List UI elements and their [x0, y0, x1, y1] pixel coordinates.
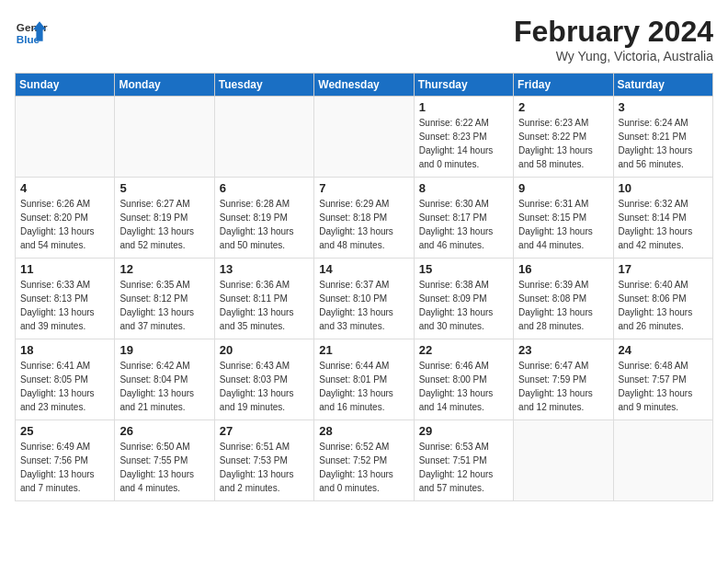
day-number: 28: [319, 424, 408, 438]
calendar-cell: 22Sunrise: 6:46 AM Sunset: 8:00 PM Dayli…: [414, 339, 513, 420]
calendar-cell: 18Sunrise: 6:41 AM Sunset: 8:05 PM Dayli…: [16, 339, 115, 420]
day-info: Sunrise: 6:50 AM Sunset: 7:55 PM Dayligh…: [119, 440, 209, 495]
calendar-cell: [16, 97, 115, 178]
day-number: 23: [518, 343, 608, 357]
calendar-cell: 14Sunrise: 6:37 AM Sunset: 8:10 PM Dayli…: [314, 259, 414, 339]
day-number: 29: [419, 424, 508, 438]
day-info: Sunrise: 6:43 AM Sunset: 8:03 PM Dayligh…: [220, 359, 309, 414]
day-info: Sunrise: 6:32 AM Sunset: 8:14 PM Dayligh…: [619, 197, 708, 252]
day-info: Sunrise: 6:38 AM Sunset: 8:09 PM Dayligh…: [419, 278, 508, 333]
title-block: February 2024 Wy Yung, Victoria, Austral…: [514, 15, 713, 63]
day-info: Sunrise: 6:52 AM Sunset: 7:52 PM Dayligh…: [319, 440, 408, 495]
day-number: 17: [619, 262, 708, 276]
calendar-cell: 17Sunrise: 6:40 AM Sunset: 8:06 PM Dayli…: [613, 259, 712, 339]
day-number: 8: [419, 181, 508, 195]
day-number: 18: [20, 343, 109, 357]
day-info: Sunrise: 6:35 AM Sunset: 8:12 PM Dayligh…: [119, 278, 209, 333]
month-year: February 2024: [514, 15, 713, 49]
day-info: Sunrise: 6:49 AM Sunset: 7:56 PM Dayligh…: [20, 440, 109, 495]
day-info: Sunrise: 6:39 AM Sunset: 8:08 PM Dayligh…: [518, 278, 608, 333]
calendar-table: SundayMondayTuesdayWednesdayThursdayFrid…: [15, 73, 713, 501]
day-header-row: SundayMondayTuesdayWednesdayThursdayFrid…: [16, 74, 713, 97]
calendar-cell: [115, 97, 214, 178]
day-number: 14: [319, 262, 408, 276]
day-number: 20: [220, 343, 309, 357]
day-info: Sunrise: 6:46 AM Sunset: 8:00 PM Dayligh…: [419, 359, 508, 414]
calendar-cell: [314, 97, 414, 178]
day-number: 26: [119, 424, 209, 438]
day-info: Sunrise: 6:30 AM Sunset: 8:17 PM Dayligh…: [419, 197, 508, 252]
calendar-cell: 19Sunrise: 6:42 AM Sunset: 8:04 PM Dayli…: [115, 339, 214, 420]
day-info: Sunrise: 6:53 AM Sunset: 7:51 PM Dayligh…: [419, 440, 508, 495]
calendar-cell: 4Sunrise: 6:26 AM Sunset: 8:20 PM Daylig…: [16, 178, 115, 259]
day-number: 11: [20, 262, 109, 276]
day-info: Sunrise: 6:33 AM Sunset: 8:13 PM Dayligh…: [20, 278, 109, 333]
day-info: Sunrise: 6:47 AM Sunset: 7:59 PM Dayligh…: [518, 359, 608, 414]
day-number: 3: [619, 100, 708, 114]
calendar-cell: 5Sunrise: 6:27 AM Sunset: 8:19 PM Daylig…: [115, 178, 214, 259]
day-number: 27: [220, 424, 309, 438]
day-info: Sunrise: 6:40 AM Sunset: 8:06 PM Dayligh…: [619, 278, 708, 333]
day-number: 25: [20, 424, 109, 438]
calendar-cell: 29Sunrise: 6:53 AM Sunset: 7:51 PM Dayli…: [414, 420, 513, 501]
week-row-4: 18Sunrise: 6:41 AM Sunset: 8:05 PM Dayli…: [16, 339, 713, 420]
day-number: 13: [220, 262, 309, 276]
day-number: 7: [319, 181, 408, 195]
calendar-cell: 23Sunrise: 6:47 AM Sunset: 7:59 PM Dayli…: [514, 339, 613, 420]
day-number: 12: [119, 262, 209, 276]
logo: General Blue: [15, 15, 48, 48]
calendar-cell: 25Sunrise: 6:49 AM Sunset: 7:56 PM Dayli…: [16, 420, 115, 501]
day-info: Sunrise: 6:37 AM Sunset: 8:10 PM Dayligh…: [319, 278, 408, 333]
day-number: 2: [518, 100, 608, 114]
logo-icon: General Blue: [15, 15, 48, 48]
calendar-cell: 15Sunrise: 6:38 AM Sunset: 8:09 PM Dayli…: [414, 259, 513, 339]
day-info: Sunrise: 6:22 AM Sunset: 8:23 PM Dayligh…: [419, 116, 508, 171]
day-info: Sunrise: 6:31 AM Sunset: 8:15 PM Dayligh…: [518, 197, 608, 252]
day-info: Sunrise: 6:24 AM Sunset: 8:21 PM Dayligh…: [619, 116, 708, 171]
calendar-cell: 11Sunrise: 6:33 AM Sunset: 8:13 PM Dayli…: [16, 259, 115, 339]
calendar-cell: 2Sunrise: 6:23 AM Sunset: 8:22 PM Daylig…: [514, 97, 613, 178]
day-info: Sunrise: 6:41 AM Sunset: 8:05 PM Dayligh…: [20, 359, 109, 414]
day-number: 22: [419, 343, 508, 357]
calendar-cell: 26Sunrise: 6:50 AM Sunset: 7:55 PM Dayli…: [115, 420, 214, 501]
day-number: 10: [619, 181, 708, 195]
calendar-cell: [514, 420, 613, 501]
day-number: 4: [20, 181, 109, 195]
calendar-cell: 1Sunrise: 6:22 AM Sunset: 8:23 PM Daylig…: [414, 97, 513, 178]
day-info: Sunrise: 6:42 AM Sunset: 8:04 PM Dayligh…: [119, 359, 209, 414]
day-header-wednesday: Wednesday: [314, 74, 414, 97]
day-info: Sunrise: 6:29 AM Sunset: 8:18 PM Dayligh…: [319, 197, 408, 252]
day-number: 15: [419, 262, 508, 276]
calendar-cell: 24Sunrise: 6:48 AM Sunset: 7:57 PM Dayli…: [613, 339, 712, 420]
calendar-cell: 8Sunrise: 6:30 AM Sunset: 8:17 PM Daylig…: [414, 178, 513, 259]
day-header-thursday: Thursday: [414, 74, 513, 97]
day-info: Sunrise: 6:23 AM Sunset: 8:22 PM Dayligh…: [518, 116, 608, 171]
calendar-cell: 12Sunrise: 6:35 AM Sunset: 8:12 PM Dayli…: [115, 259, 214, 339]
calendar-cell: [613, 420, 712, 501]
day-number: 5: [119, 181, 209, 195]
calendar-cell: 20Sunrise: 6:43 AM Sunset: 8:03 PM Dayli…: [214, 339, 313, 420]
day-info: Sunrise: 6:28 AM Sunset: 8:19 PM Dayligh…: [220, 197, 309, 252]
calendar-cell: 21Sunrise: 6:44 AM Sunset: 8:01 PM Dayli…: [314, 339, 414, 420]
week-row-3: 11Sunrise: 6:33 AM Sunset: 8:13 PM Dayli…: [16, 259, 713, 339]
calendar-cell: 6Sunrise: 6:28 AM Sunset: 8:19 PM Daylig…: [214, 178, 313, 259]
day-info: Sunrise: 6:26 AM Sunset: 8:20 PM Dayligh…: [20, 197, 109, 252]
day-info: Sunrise: 6:51 AM Sunset: 7:53 PM Dayligh…: [220, 440, 309, 495]
day-number: 16: [518, 262, 608, 276]
week-row-1: 1Sunrise: 6:22 AM Sunset: 8:23 PM Daylig…: [16, 97, 713, 178]
calendar-cell: 10Sunrise: 6:32 AM Sunset: 8:14 PM Dayli…: [613, 178, 712, 259]
day-header-saturday: Saturday: [613, 74, 712, 97]
page-header: General Blue February 2024 Wy Yung, Vict…: [15, 15, 713, 63]
day-header-friday: Friday: [514, 74, 613, 97]
day-number: 19: [119, 343, 209, 357]
calendar-cell: 28Sunrise: 6:52 AM Sunset: 7:52 PM Dayli…: [314, 420, 414, 501]
week-row-5: 25Sunrise: 6:49 AM Sunset: 7:56 PM Dayli…: [16, 420, 713, 501]
day-number: 1: [419, 100, 508, 114]
calendar-cell: 9Sunrise: 6:31 AM Sunset: 8:15 PM Daylig…: [514, 178, 613, 259]
calendar-cell: 27Sunrise: 6:51 AM Sunset: 7:53 PM Dayli…: [214, 420, 313, 501]
calendar-cell: 16Sunrise: 6:39 AM Sunset: 8:08 PM Dayli…: [514, 259, 613, 339]
day-number: 24: [619, 343, 708, 357]
day-number: 6: [220, 181, 309, 195]
calendar-cell: 7Sunrise: 6:29 AM Sunset: 8:18 PM Daylig…: [314, 178, 414, 259]
day-info: Sunrise: 6:27 AM Sunset: 8:19 PM Dayligh…: [119, 197, 209, 252]
